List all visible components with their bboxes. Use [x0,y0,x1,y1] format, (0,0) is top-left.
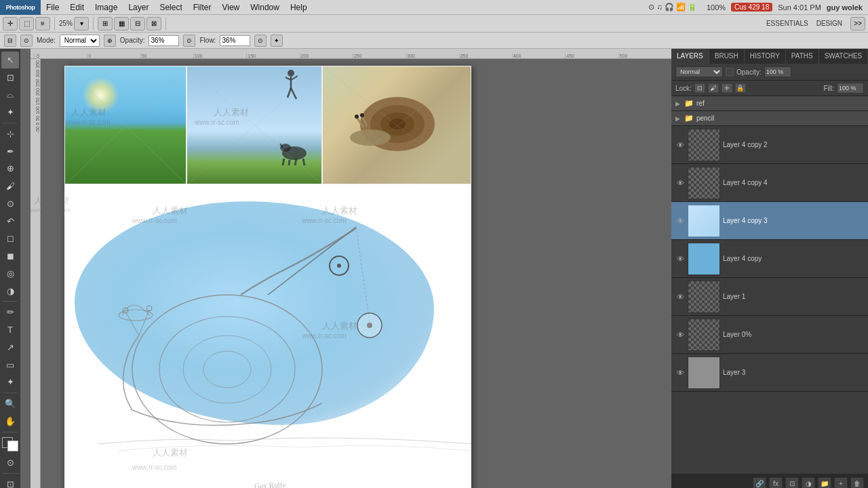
delete-layer-btn[interactable]: 🗑 [850,477,864,488]
layer-vis-3[interactable]: 👁 [675,254,685,264]
layer-group-ref[interactable]: ▶ 📁 ref [671,96,868,111]
airbrush-btn[interactable]: ⊕ [104,35,116,47]
zoom-dropdown[interactable]: ▾ [74,17,89,30]
opacity-input[interactable] [149,35,179,46]
mode-select[interactable]: Normal [60,35,100,47]
layer-item-6[interactable]: 👁 Layer 3 [671,354,868,392]
tool-brush[interactable]: 🖌 [1,178,19,195]
lock-position-btn[interactable]: ✛ [722,83,732,93]
opacity-value[interactable] [764,66,791,77]
layer-vis-0[interactable]: 👁 [675,140,685,150]
tool-3d[interactable]: ✦ [1,373,19,390]
tab-swatches[interactable]: SWATCHES [819,49,868,64]
layer-vis-1[interactable]: 👁 [675,178,685,188]
tool-clone[interactable]: ⊙ [1,195,19,212]
tool-gradient[interactable]: ◼ [1,247,19,264]
link-layers-btn[interactable]: 🔗 [753,477,766,488]
layer-thumb-1 [688,167,720,199]
color-swatches[interactable] [2,437,18,451]
layer-vis-5[interactable]: 👁 [675,330,685,340]
view-btn-4[interactable]: ⊠ [146,17,161,30]
new-layer-btn[interactable]: + [834,477,848,488]
workspace-more[interactable]: >> [850,17,865,30]
tool-brush-btn[interactable]: ⬚ [19,17,34,30]
layer-item-4[interactable]: 👁 Layer 1 [671,278,868,316]
sys-badge[interactable]: Cus 429 18 [731,3,772,12]
menu-image[interactable]: Image [90,0,123,15]
tab-paths[interactable]: PATHS [786,49,819,64]
view-btn-1[interactable]: ⊞ [98,17,113,30]
flow-input[interactable] [220,35,250,46]
tool-pen[interactable]: ✏ [1,304,19,321]
menu-view[interactable]: View [216,0,245,15]
opacity-always-btn[interactable]: ⊙ [183,35,195,47]
workspace-design[interactable]: DESIGN [816,20,842,27]
tool-options-btn[interactable]: ≡ [35,17,50,30]
lock-all-btn[interactable]: 🔒 [735,83,746,93]
signature: Guy Rolfe [254,481,286,488]
layer-item-3[interactable]: 👁 Layer 4 copy [671,240,868,278]
tab-history[interactable]: HISTORY [745,49,786,64]
layer-mask-btn[interactable]: ⊡ [785,477,799,488]
main-layout: ↖ ⊡ ⌓ ✦ ⊹ ✒ ⊕ 🖌 ⊙ ↶ ◻ ◼ ◎ ◑ ✏ T ↗ ▭ ✦ 🔍 … [0,49,868,488]
layer-item-2[interactable]: 👁 Layer 4 copy 3 [671,202,868,240]
tool-zoom[interactable]: 🔍 [1,395,19,412]
svg-line-32 [125,312,139,336]
tool-wand[interactable]: ✦ [1,104,19,121]
menu-help[interactable]: Help [285,0,313,15]
tool-move[interactable]: ↖ [1,52,19,68]
menu-window[interactable]: Window [245,0,285,15]
layer-item-5[interactable]: 👁 Layer 0% [671,316,868,354]
tool-sep-3 [3,392,18,393]
screen-mode-btn[interactable]: ⊡ [1,476,19,488]
view-btn-2[interactable]: ▦ [114,17,129,30]
layer-vis-4[interactable]: 👁 [675,292,685,302]
tool-mode-btn[interactable]: ✛ [3,17,18,30]
layer-item-1[interactable]: 👁 Layer 4 copy 4 [671,164,868,202]
blend-mode-select[interactable]: Normal [675,66,723,77]
tablet-btn[interactable]: ✦ [271,35,283,47]
tool-text[interactable]: T [1,321,19,338]
svg-line-0 [65,66,186,184]
tab-layers[interactable]: LAYERS [671,49,709,64]
workspace-essentials[interactable]: ESSENTIALS [766,20,808,27]
tool-history-brush[interactable]: ↶ [1,213,19,230]
tool-hand[interactable]: ✋ [1,413,19,430]
layer-style-btn[interactable]: fx [769,477,783,488]
menu-layer[interactable]: Layer [123,0,154,15]
tab-brush[interactable]: BRUSH [709,49,745,64]
sys-icons: ⊙ ♫ 🎧 📶 🔋 [648,3,696,12]
layer-item-0[interactable]: 👁 Layer 4 copy 2 [671,126,868,164]
menu-file[interactable]: File [41,0,64,15]
new-group-btn[interactable]: 📁 [818,477,831,488]
layer-name-4: Layer 1 [723,293,864,300]
tool-marquee[interactable]: ⊡ [1,69,19,86]
lock-transparent-btn[interactable]: ⊡ [694,83,705,93]
lock-pixels-btn[interactable]: 🖌 [708,83,719,93]
tool-eyedropper[interactable]: ✒ [1,143,19,160]
layer-vis-2[interactable]: 👁 [675,216,685,226]
photoshop-document: 人人素材 www.rr-sc.com 人人素材 www.rr-sc.com 人人… [64,66,471,488]
flow-btn[interactable]: ⊙ [254,35,267,47]
view-btn-3[interactable]: ⊟ [130,17,145,30]
quick-mask-btn[interactable]: ⊙ [1,455,19,472]
brush-preset-btn[interactable]: ⊟ [4,35,16,47]
tool-heal[interactable]: ⊕ [1,160,19,177]
layer-group-pencil[interactable]: ▶ 📁 pencil [671,111,868,126]
tool-dodge[interactable]: ◑ [1,283,19,300]
tool-crop[interactable]: ⊹ [1,125,19,142]
adjustment-layer-btn[interactable]: ◑ [802,477,815,488]
panel-bottom: 🔗 fx ⊡ ◑ 📁 + 🗑 [671,474,868,488]
layer-vis-6[interactable]: 👁 [675,368,685,378]
menu-filter[interactable]: Filter [188,0,217,15]
group-name-ref: ref [696,100,705,107]
fill-value[interactable] [837,83,864,94]
tool-blur[interactable]: ◎ [1,265,19,282]
tool-lasso[interactable]: ⌓ [1,87,19,104]
menu-select[interactable]: Select [154,0,187,15]
tool-shape[interactable]: ▭ [1,357,19,373]
brush-size-btn[interactable]: ⊙ [20,35,33,47]
tool-eraser[interactable]: ◻ [1,230,19,247]
menu-edit[interactable]: Edit [64,0,90,15]
tool-path-select[interactable]: ↗ [1,339,19,356]
